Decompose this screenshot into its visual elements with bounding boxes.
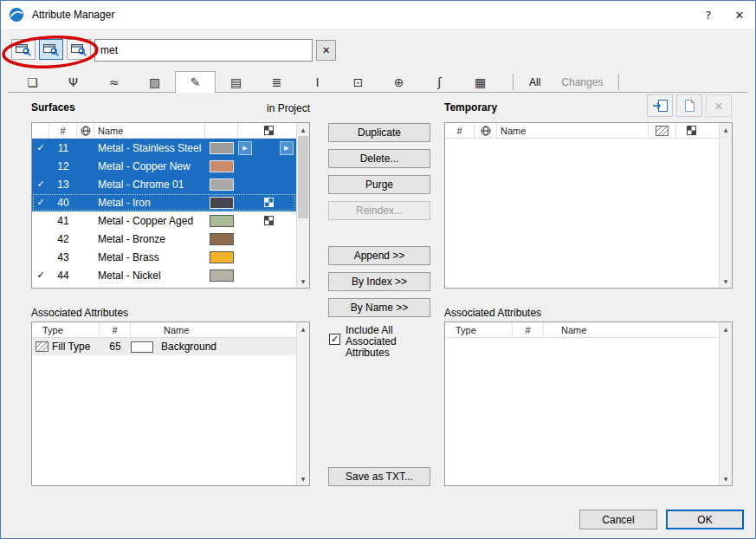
- tab-operation-profiles[interactable]: ʃ: [419, 72, 460, 92]
- assoc-right-scrollbar[interactable]: ▲ ▼: [719, 322, 732, 485]
- popup-arrow-button[interactable]: ▶: [238, 141, 252, 155]
- surfaces-table: # Name ✓11Metal - Stainless Steel▶▶12Met…: [31, 122, 310, 289]
- tab-fill-types[interactable]: ▨: [134, 72, 175, 92]
- color-swatch[interactable]: [210, 215, 234, 227]
- row-index: 12: [49, 157, 77, 175]
- in-project-label: in Project: [217, 102, 310, 114]
- tab-grids[interactable]: ▦: [460, 72, 501, 92]
- associated-attributes-title-left: Associated Attributes: [31, 307, 128, 319]
- clear-filter-button[interactable]: ✕: [316, 40, 336, 61]
- surfaces-icon: ✎: [191, 75, 201, 89]
- assoc-left-scrollbar[interactable]: ▲ ▼: [296, 322, 309, 485]
- tab-all[interactable]: All: [519, 76, 551, 92]
- tab-line-types[interactable]: ≈: [94, 72, 134, 92]
- help-button[interactable]: ?: [693, 1, 724, 29]
- tab-surfaces[interactable]: ✎: [175, 71, 216, 93]
- scroll-thumb[interactable]: [298, 136, 308, 218]
- line-types-icon: ≈: [109, 75, 120, 89]
- surface-row-42[interactable]: 42Metal - Bronze: [32, 230, 296, 248]
- color-swatch[interactable]: [210, 160, 234, 172]
- surface-row-41[interactable]: 41Metal - Copper Aged: [32, 211, 296, 230]
- scroll-up-arrow[interactable]: ▲: [297, 123, 309, 136]
- scroll-down-arrow[interactable]: ▼: [720, 472, 732, 485]
- tab-pens[interactable]: Ψ: [53, 72, 94, 92]
- ok-button[interactable]: OK: [666, 510, 744, 529]
- dialog-filter-icon: [70, 42, 87, 56]
- append-to-temporary-button[interactable]: [647, 94, 673, 117]
- tab-line-weights[interactable]: ≣: [256, 72, 297, 92]
- by-name-button[interactable]: By Name >>: [328, 298, 430, 317]
- filter-toggle-group: [11, 39, 91, 60]
- color-swatch[interactable]: [210, 179, 234, 191]
- include-all-checkbox-label: Include All Associated Attributes: [346, 325, 427, 359]
- surface-row-13[interactable]: ✓13Metal - Chrome 01: [32, 175, 296, 193]
- row-name: Metal - Chrome 01: [94, 175, 205, 193]
- surface-row-12[interactable]: 12Metal - Copper New: [32, 157, 296, 175]
- filter-mode-single-button[interactable]: [11, 39, 36, 60]
- tab-changes[interactable]: Changes: [551, 76, 613, 92]
- window-title: Attribute Manager: [32, 9, 114, 21]
- color-swatch[interactable]: [210, 270, 234, 282]
- scroll-up-arrow[interactable]: ▲: [720, 322, 732, 335]
- tab-layers[interactable]: ❏: [12, 72, 53, 92]
- color-swatch[interactable]: [210, 197, 234, 209]
- delete-temporary-button[interactable]: ✕: [706, 94, 732, 117]
- save-as-txt-button[interactable]: Save as TXT...: [328, 467, 430, 486]
- scroll-track[interactable]: [720, 136, 732, 275]
- scroll-down-arrow[interactable]: ▼: [720, 275, 732, 288]
- color-swatch[interactable]: [210, 233, 234, 245]
- tab-zone-categories[interactable]: ⊡: [338, 72, 378, 92]
- row-index: 40: [49, 193, 77, 211]
- building-materials-icon: ⊕: [394, 75, 404, 89]
- scroll-up-arrow[interactable]: ▲: [720, 123, 732, 136]
- close-button[interactable]: ✕: [724, 1, 755, 29]
- temporary-panel-title: Temporary: [444, 101, 497, 114]
- filter-mode-query-button[interactable]: [67, 39, 91, 60]
- row-name: Metal - Iron: [94, 193, 205, 211]
- associated-attribute-row[interactable]: Fill Type65Background: [32, 338, 296, 355]
- surface-row-43[interactable]: 43Metal - Brass: [32, 248, 296, 266]
- surface-row-44[interactable]: ✓44Metal - Nickel: [32, 266, 296, 284]
- include-all-checkbox[interactable]: ✓: [329, 334, 340, 345]
- popup-arrow-button[interactable]: ▶: [280, 141, 294, 155]
- titlebar: Attribute Manager ? ✕: [1, 1, 755, 29]
- row-checkmark: ✓: [32, 193, 49, 211]
- icon-tabs: ❏Ψ≈▨✎▤≣Ⅰ⊡⊕ʃ▦: [8, 71, 501, 92]
- append-button[interactable]: Append >>: [328, 246, 430, 265]
- column-name: Name: [544, 322, 719, 337]
- filter-input[interactable]: [94, 39, 313, 62]
- copy-attribute-button[interactable]: [676, 94, 702, 117]
- surface-row-11[interactable]: ✓11Metal - Stainless Steel▶▶: [32, 139, 296, 157]
- tab-composites[interactable]: ▤: [216, 72, 256, 92]
- purge-button[interactable]: Purge: [328, 175, 430, 194]
- temporary-toolbar: ✕: [647, 94, 732, 117]
- scroll-track[interactable]: [720, 335, 732, 472]
- assoc-index: 65: [100, 338, 131, 355]
- surfaces-scrollbar[interactable]: ▲ ▼: [296, 123, 309, 288]
- row-name: Metal - Nickel: [94, 266, 205, 284]
- reindex-button[interactable]: Reindex...: [328, 201, 430, 220]
- scroll-track[interactable]: [297, 335, 309, 472]
- scroll-down-arrow[interactable]: ▼: [297, 275, 309, 288]
- associated-attributes-title-right: Associated Attributes: [444, 307, 541, 319]
- column-type: Type: [32, 322, 100, 337]
- cancel-button[interactable]: Cancel: [579, 510, 657, 529]
- column-index: #: [445, 123, 475, 138]
- by-index-button[interactable]: By Index >>: [328, 272, 430, 291]
- duplicate-button[interactable]: Duplicate: [328, 123, 430, 142]
- scroll-down-arrow[interactable]: ▼: [297, 472, 309, 485]
- delete-button[interactable]: Delete...: [328, 149, 430, 168]
- tab-building-materials[interactable]: ⊕: [378, 72, 419, 92]
- tab-profiles[interactable]: Ⅰ: [297, 72, 338, 92]
- surface-row-40[interactable]: ✓40Metal - Iron: [32, 193, 296, 211]
- scroll-up-arrow[interactable]: ▲: [297, 322, 309, 335]
- temporary-scrollbar[interactable]: ▲ ▼: [719, 123, 732, 288]
- row-checkmark: ✓: [32, 266, 49, 284]
- color-swatch[interactable]: [210, 251, 234, 263]
- column-index: #: [100, 322, 131, 337]
- archicad-logo-icon: [9, 7, 24, 23]
- filter-mode-double-button[interactable]: [39, 39, 63, 60]
- color-swatch[interactable]: [210, 142, 234, 154]
- column-name: Name: [497, 123, 649, 138]
- scroll-track[interactable]: [297, 136, 309, 275]
